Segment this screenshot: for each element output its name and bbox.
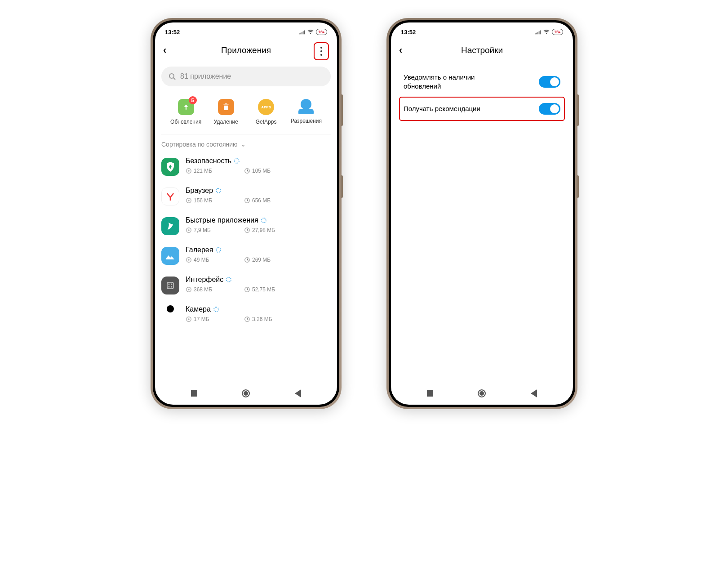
quickapp-icon — [161, 217, 179, 235]
search-input[interactable]: 81 приложение — [161, 67, 331, 86]
chevron-down-icon: ⌄ — [240, 141, 246, 148]
nav-back[interactable] — [295, 389, 301, 397]
status-bar: 13:52 16▸ — [155, 22, 337, 39]
storage-value: 156 МБ — [194, 197, 212, 204]
svg-rect-14 — [167, 282, 173, 289]
app-name: Безопасность — [186, 157, 231, 165]
app-row-camera[interactable]: Камера 17 МБ 3,26 МБ — [161, 300, 331, 328]
storage-value: 7,9 МБ — [194, 227, 211, 233]
back-button[interactable]: ‹ — [163, 45, 176, 56]
toggle-switch[interactable] — [539, 76, 560, 88]
app-row-quickapps[interactable]: Быстрые приложения 7,9 МБ 27,98 МБ — [161, 211, 331, 241]
svg-point-16 — [171, 284, 173, 285]
quick-label: Обновления — [170, 119, 201, 125]
svg-point-18 — [171, 286, 173, 288]
updates-badge: 5 — [189, 96, 197, 104]
quick-actions-row: 5 Обновления Удаление APPS GetApps — [161, 91, 331, 134]
sort-label: Сортировка по состоянию — [161, 141, 238, 148]
svg-point-3 — [188, 170, 190, 172]
ram-value: 269 МБ — [252, 257, 271, 263]
battery-indicator: 15▸ — [552, 29, 563, 35]
loading-icon — [216, 188, 221, 193]
more-options-button[interactable] — [314, 42, 329, 60]
loading-icon — [234, 158, 240, 164]
app-name: Браузер — [186, 187, 213, 195]
app-header: ‹ Приложения — [155, 39, 337, 62]
setting-notify-updates[interactable]: Уведомлять о наличии обновлений — [399, 67, 565, 97]
gallery-icon — [161, 247, 179, 265]
svg-point-12 — [188, 259, 190, 261]
storage-value: 49 МБ — [194, 257, 209, 263]
app-row-browser[interactable]: Браузер 156 МБ 656 МБ — [161, 181, 331, 211]
app-row-interface[interactable]: Интерфейс 368 МБ 52,75 МБ — [161, 270, 331, 300]
app-list: Безопасность 121 МБ 105 МБ Браузер — [155, 152, 337, 382]
wifi-icon — [307, 29, 314, 35]
loading-icon — [261, 218, 266, 223]
storage-value: 121 МБ — [194, 168, 212, 174]
app-row-security[interactable]: Безопасность 121 МБ 105 МБ — [161, 152, 331, 181]
trash-icon — [218, 99, 234, 115]
nav-bar — [155, 382, 337, 405]
sort-dropdown[interactable]: Сортировка по состоянию ⌄ — [155, 134, 337, 152]
quick-label: Разрешения — [291, 118, 322, 124]
camera-icon — [161, 305, 179, 312]
back-button[interactable]: ‹ — [399, 45, 412, 56]
ram-value: 105 МБ — [252, 168, 271, 174]
wifi-icon — [543, 29, 550, 35]
ram-value: 3,26 МБ — [252, 316, 272, 322]
toggle-switch[interactable] — [539, 103, 560, 115]
svg-point-17 — [169, 286, 170, 288]
app-row-gallery[interactable]: Галерея 49 МБ 269 МБ — [161, 241, 331, 270]
signal-icon — [299, 29, 305, 35]
app-name: Быстрые приложения — [186, 216, 258, 224]
quick-permissions[interactable]: Разрешения — [288, 99, 324, 125]
ram-icon — [244, 257, 250, 263]
phone-side-button — [341, 94, 343, 126]
storage-value: 368 МБ — [194, 286, 212, 293]
ram-icon — [244, 197, 250, 204]
quick-label: GetApps — [256, 119, 277, 125]
phone-side-button — [341, 175, 343, 198]
nav-bar — [391, 382, 573, 405]
getapps-icon: APPS — [258, 99, 274, 115]
app-name: Галерея — [186, 246, 213, 254]
quick-updates[interactable]: 5 Обновления — [168, 99, 204, 125]
nav-back[interactable] — [531, 389, 537, 397]
nav-home[interactable] — [478, 389, 486, 397]
search-placeholder: 81 приложение — [180, 72, 231, 80]
svg-point-6 — [188, 200, 190, 201]
phone-side-button — [577, 94, 579, 126]
setting-recommendations[interactable]: Получать рекомендации — [399, 97, 565, 121]
nav-recents[interactable] — [427, 390, 433, 397]
storage-icon — [186, 227, 192, 233]
status-time: 13:52 — [401, 29, 416, 36]
page-title: Приложения — [221, 45, 271, 55]
nav-recents[interactable] — [191, 390, 197, 397]
phone-device-left: 13:52 16▸ ‹ Приложения 81 приложение — [151, 18, 342, 409]
ram-icon — [244, 316, 250, 322]
svg-line-1 — [173, 78, 175, 80]
battery-indicator: 16▸ — [316, 29, 327, 35]
updates-icon: 5 — [178, 99, 194, 115]
storage-icon — [186, 286, 192, 293]
svg-point-23 — [188, 318, 190, 320]
storage-icon — [186, 316, 192, 322]
interface-icon — [161, 277, 179, 294]
svg-point-0 — [169, 74, 174, 78]
setting-label: Получать рекомендации — [404, 104, 480, 113]
shield-icon — [161, 158, 179, 176]
quick-uninstall[interactable]: Удаление — [208, 99, 244, 125]
quick-getapps[interactable]: APPS GetApps — [248, 99, 284, 125]
nav-home[interactable] — [242, 389, 250, 397]
quick-label: Удаление — [214, 119, 238, 125]
loading-icon — [216, 247, 221, 253]
permissions-icon — [298, 99, 314, 114]
ram-value: 656 МБ — [252, 197, 271, 204]
loading-icon — [213, 307, 219, 312]
signal-icon — [535, 29, 541, 35]
svg-point-20 — [188, 289, 190, 290]
setting-label: Уведомлять о наличии обновлений — [404, 73, 511, 90]
search-icon — [169, 73, 176, 80]
phone-device-right: 13:52 15▸ ‹ Настройки Уведомлять о налич… — [386, 18, 577, 409]
app-name: Интерфейс — [186, 276, 223, 284]
